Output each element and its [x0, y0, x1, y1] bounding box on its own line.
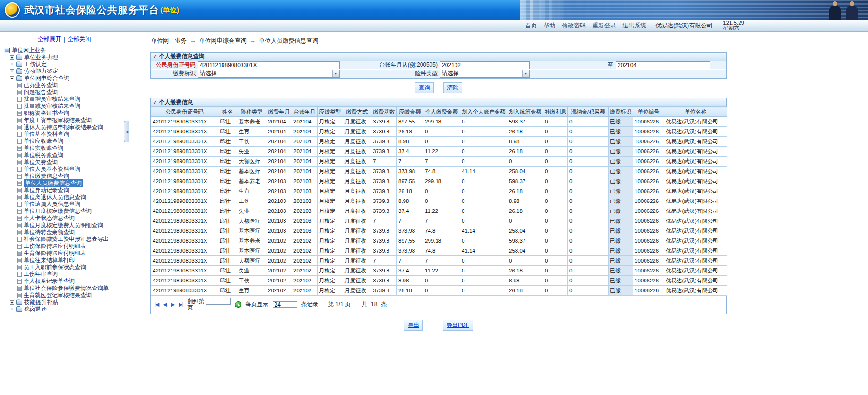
sidebar-item[interactable]: 单位实收账查询 [3, 145, 129, 152]
table-row[interactable]: 42011219890803301X邱壮工伤202103202103月核定月度征… [151, 196, 727, 206]
table-cell: 202103 [266, 196, 292, 206]
table-row[interactable]: 42011219890803301X邱壮生育202102202102月核定月度征… [151, 286, 727, 296]
expand-icon[interactable]: + [10, 55, 14, 60]
ins-type-select[interactable]: 请选择 ▼ [440, 70, 530, 78]
go-page-button[interactable] [235, 301, 241, 308]
sidebar-item[interactable]: 单位离退休人员信息查询 [3, 194, 129, 201]
sidebar-item[interactable]: 生育就医登记审核结果查询 [3, 292, 129, 299]
sidebar-item[interactable]: 批量增员审核结果查询 [3, 96, 129, 103]
expand-icon[interactable]: + [10, 62, 14, 66]
sidebar-item[interactable]: 单位月度核定缴费人员明细查询 [3, 222, 129, 229]
search-button[interactable]: 查询 [415, 82, 434, 93]
sidebar-item[interactable]: 单位社会保险参保缴费情况查询单 [3, 285, 129, 292]
table-row[interactable]: 42011219890803301X邱壮大额医疗202104202104月核定月… [151, 157, 727, 167]
prev-page-icon[interactable]: ◀ [163, 301, 166, 307]
document-icon [17, 90, 22, 95]
sidebar-item[interactable]: 个人卡状态信息查询 [3, 215, 129, 222]
table-row[interactable]: 42011219890803301X邱壮基本养老202102202102月核定月… [151, 236, 727, 246]
sidebar-item[interactable]: 社会保险缴费工资申报汇总表导出 [3, 236, 129, 243]
table-row[interactable]: 42011219890803301X邱壮基本养老202103202103月核定月… [151, 176, 727, 186]
sidebar-item[interactable]: 单位异动记录查询 [3, 187, 129, 194]
sidebar-item[interactable]: 单位往来结算单打印 [3, 257, 129, 264]
sidebar-item[interactable]: +技能提升补贴 [3, 299, 129, 306]
sidebar-item[interactable]: +工伤认定 [3, 61, 129, 68]
clear-button[interactable]: 清除 [443, 82, 462, 93]
table-row[interactable]: 42011219890803301X邱壮基本养老202104202104月核定月… [151, 117, 727, 127]
expand-icon[interactable]: + [10, 69, 14, 73]
table-row[interactable]: 42011219890803301X邱壮工伤202102202102月核定月度征… [151, 276, 727, 286]
table-row[interactable]: 42011219890803301X邱壮基本医疗202104202104月核定月… [151, 167, 727, 176]
table-row[interactable]: 42011219890803301X邱壮大额医疗202102202102月核定月… [151, 256, 727, 266]
table-cell: 42011219890803301X [151, 176, 218, 186]
sidebar-item[interactable]: 单位欠费查询 [3, 159, 129, 166]
sidebar-item[interactable]: +劳动能力鉴定 [3, 68, 129, 75]
sidebar-item[interactable]: 退休人员待遇申报审核结果查询 [3, 124, 129, 131]
sidebar-item[interactable]: 单位待转金余额查询 [3, 229, 129, 236]
table-cell: 3739.8 [371, 186, 397, 196]
sidebar-item[interactable]: 年度工资申报审核结果查询 [3, 117, 129, 124]
export-pdf-button[interactable]: 导出PDF [443, 320, 473, 331]
sidebar-item[interactable]: 批量减员审核结果查询 [3, 103, 129, 110]
sidebar-item[interactable]: 员工入职前参保状态查询 [3, 264, 129, 271]
goto-page-input[interactable] [206, 298, 231, 305]
sidebar-item[interactable]: 已办业务查询 [3, 82, 129, 89]
table-cell: 已缴 [609, 286, 633, 296]
sidebar-item[interactable]: 单位网上业务 [3, 47, 129, 54]
table-row[interactable]: 42011219890803301X邱壮基本医疗202102202102月核定月… [151, 246, 727, 256]
sidebar-item[interactable]: 单位月度核定缴费信息查询 [3, 208, 129, 215]
nav-link[interactable]: 修改密码 [562, 22, 585, 30]
table-row[interactable]: 42011219890803301X邱壮生育202103202103月核定月度征… [151, 186, 727, 196]
id-input[interactable] [198, 61, 340, 69]
collapse-all-link[interactable]: 全部关闭 [68, 36, 91, 43]
sidebar-collapse-handle[interactable]: ◀ [124, 121, 129, 142]
sidebar-item[interactable]: 单位基本资料查询 [3, 131, 129, 138]
sidebar-item[interactable]: 单位缴费信息查询 [3, 173, 129, 180]
sidebar-item[interactable]: 单位应收账查询 [3, 138, 129, 145]
month-from-input[interactable] [440, 61, 530, 69]
nav-link[interactable]: 首页 [525, 22, 537, 30]
sidebar-item[interactable]: 生育保险待遇应付明细表 [3, 250, 129, 257]
last-page-icon[interactable]: ▶| [179, 301, 183, 307]
first-page-icon[interactable]: |◀ [155, 301, 159, 307]
breadcrumb-item[interactable]: 单位网申综合查询 [199, 37, 247, 44]
sidebar-item[interactable]: 个人权益记录单查询 [3, 278, 129, 285]
sidebar-item[interactable]: −单位网申综合查询 [3, 75, 129, 82]
sidebar-item[interactable]: 职称资格证书查询 [3, 110, 129, 117]
per-page-input[interactable] [273, 301, 297, 308]
export-button[interactable]: 导出 [404, 320, 423, 331]
table-row[interactable]: 42011219890803301X邱壮失业202103202103月核定月度征… [151, 206, 727, 216]
sidebar-item[interactable]: 单位税务账查询 [3, 152, 129, 159]
breadcrumb-item[interactable]: 单位人员缴费信息查询 [259, 37, 318, 44]
sidebar-item[interactable]: 工伤年审查询 [3, 271, 129, 278]
sidebar-item[interactable]: +稳岗返还 [3, 306, 129, 313]
expand-icon[interactable]: + [10, 300, 14, 305]
next-page-icon[interactable]: ▶ [171, 301, 174, 307]
table-row[interactable]: 42011219890803301X邱壮大额医疗202103202103月核定月… [151, 216, 727, 226]
sidebar-item[interactable]: 单位人员缴费信息查询 [3, 180, 129, 187]
sidebar-item[interactable]: +单位业务办理 [3, 54, 129, 61]
breadcrumb-item[interactable]: 单位网上业务 [151, 37, 187, 44]
table-row[interactable]: 42011219890803301X邱壮失业202102202102月核定月度征… [151, 266, 727, 276]
table-cell: 10006226 [633, 286, 664, 296]
table-row[interactable]: 42011219890803301X邱壮失业202104202104月核定月度征… [151, 147, 727, 157]
month-to-input[interactable] [616, 61, 710, 69]
table-row[interactable]: 42011219890803301X邱壮生育202104202104月核定月度征… [151, 127, 727, 137]
nav-link[interactable]: 重新登录 [592, 22, 616, 30]
table-cell: 202103 [266, 206, 292, 216]
document-icon [17, 230, 22, 235]
nav-link[interactable]: 帮助 [543, 22, 555, 30]
table-row[interactable]: 42011219890803301X邱壮工伤202104202104月核定月度征… [151, 137, 727, 147]
sidebar-item[interactable]: 问题报告查询 [3, 89, 129, 96]
pay-flag-select[interactable]: 请选择 ▼ [198, 70, 340, 78]
sidebar-item[interactable]: 单位遗属人员信息查询 [3, 201, 129, 208]
table-cell: 月度征收 [343, 117, 371, 127]
pay-flag-label: 缴费标识 [151, 70, 198, 78]
collapse-icon[interactable]: − [10, 76, 14, 80]
expand-all-link[interactable]: 全部展开 [37, 36, 61, 43]
table-row[interactable]: 42011219890803301X邱壮基本医疗202103202103月核定月… [151, 226, 727, 236]
table-cell: 邱壮 [218, 157, 237, 167]
sidebar-item[interactable]: 单位人员基本资料查询 [3, 166, 129, 173]
nav-link[interactable]: 退出系统 [622, 22, 646, 30]
expand-icon[interactable]: + [10, 307, 14, 311]
sidebar-item[interactable]: 工伤保险待遇应付明细表 [3, 243, 129, 250]
